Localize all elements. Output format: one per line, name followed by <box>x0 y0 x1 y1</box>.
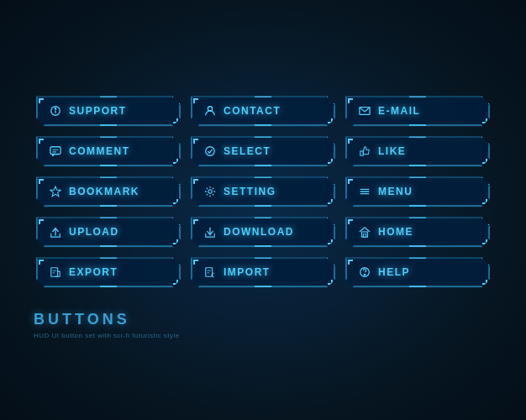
corner-decoration <box>482 118 487 123</box>
corner-decoration <box>328 159 333 164</box>
upload-icon <box>49 226 62 238</box>
upload-label: UPLOAD <box>69 226 119 238</box>
import-button[interactable]: IMPORT <box>191 257 335 287</box>
comment-button[interactable]: COMMENT <box>36 136 181 166</box>
notch-decoration <box>255 257 271 259</box>
notch-decoration <box>255 136 271 138</box>
corner-decoration <box>39 98 44 103</box>
download-button[interactable]: DOWNLOAD <box>191 217 335 247</box>
export-icon <box>49 266 62 278</box>
corner-decoration <box>39 139 44 144</box>
corner-decoration <box>482 199 487 204</box>
notch-decoration <box>100 245 117 247</box>
notch-decoration <box>100 286 117 287</box>
notch-decoration <box>409 124 426 126</box>
import-icon <box>203 266 217 278</box>
notch-decoration <box>255 96 271 97</box>
setting-button[interactable]: SETTING <box>191 176 335 207</box>
svg-point-26 <box>364 275 365 276</box>
notch-decoration <box>409 176 426 178</box>
comment-label: COMMENT <box>69 145 130 157</box>
svg-rect-19 <box>51 268 58 277</box>
bookmark-button[interactable]: BOOKMARK <box>36 176 181 207</box>
corner-decoration <box>193 219 198 224</box>
like-label: LIKE <box>378 145 406 157</box>
question-icon <box>358 266 371 278</box>
notch-decoration <box>409 205 426 207</box>
mail-icon <box>358 105 371 117</box>
export-label: EXPORT <box>69 266 118 278</box>
support-label: SUPPORT <box>69 105 127 117</box>
notch-decoration <box>255 205 271 207</box>
gear-icon <box>203 186 217 197</box>
corner-decoration <box>348 260 353 265</box>
notch-decoration <box>255 124 271 126</box>
footer-label: BUTTONS <box>34 311 130 328</box>
corner-decoration <box>193 98 198 103</box>
notch-decoration <box>255 217 271 218</box>
corner-decoration <box>173 199 178 204</box>
corner-decoration <box>39 219 44 224</box>
corner-decoration <box>193 260 198 265</box>
support-button[interactable]: SUPPORT <box>36 96 181 126</box>
check-icon <box>203 145 217 157</box>
svg-point-8 <box>206 147 215 156</box>
export-button[interactable]: EXPORT <box>36 257 181 287</box>
corner-decoration <box>348 139 353 144</box>
notch-decoration <box>255 286 271 287</box>
notch-decoration <box>409 96 426 97</box>
corner-decoration <box>328 199 333 204</box>
notch-decoration <box>255 245 271 247</box>
star-icon <box>49 186 62 197</box>
corner-decoration <box>173 159 178 164</box>
corner-decoration <box>328 280 333 285</box>
svg-rect-9 <box>360 151 364 155</box>
corner-decoration <box>39 179 44 184</box>
notch-decoration <box>409 257 426 259</box>
contact-button[interactable]: CONTACT <box>191 96 335 126</box>
corner-decoration <box>193 179 198 184</box>
help-label: HELP <box>378 266 410 278</box>
notch-decoration <box>255 165 271 166</box>
notch-decoration <box>100 165 117 166</box>
bookmark-label: BOOKMARK <box>69 186 139 197</box>
notch-decoration <box>409 245 426 247</box>
corner-decoration <box>348 98 353 103</box>
corner-decoration <box>173 118 178 123</box>
notch-decoration <box>409 136 426 138</box>
notch-decoration <box>100 176 117 178</box>
svg-rect-5 <box>50 147 60 155</box>
upload-button[interactable]: UPLOAD <box>36 217 181 247</box>
notch-decoration <box>100 217 117 218</box>
svg-point-3 <box>208 107 212 111</box>
corner-decoration <box>328 239 333 244</box>
home-icon <box>358 226 371 238</box>
home-button[interactable]: HOME <box>345 217 490 247</box>
corner-decoration <box>173 280 178 285</box>
corner-decoration <box>39 260 44 265</box>
corner-decoration <box>348 219 353 224</box>
thumbup-icon <box>358 145 371 157</box>
corner-decoration <box>328 118 333 123</box>
contact-label: CONTACT <box>224 105 281 117</box>
select-button[interactable]: SELECT <box>191 136 335 166</box>
buttons-grid: SUPPORTCONTACTE-MAILCOMMENTSELECTLIKEBOO… <box>19 79 507 304</box>
corner-decoration <box>482 159 487 164</box>
corner-decoration <box>193 139 198 144</box>
menu-button[interactable]: MENU <box>345 176 490 207</box>
like-button[interactable]: LIKE <box>345 136 490 166</box>
comment-icon <box>49 145 62 157</box>
svg-marker-10 <box>50 186 60 197</box>
home-label: HOME <box>378 226 413 238</box>
email-button[interactable]: E-MAIL <box>345 96 490 126</box>
notch-decoration <box>100 205 117 207</box>
help-button[interactable]: HELP <box>345 257 490 287</box>
menu-label: MENU <box>378 186 413 197</box>
select-label: SELECT <box>224 145 271 157</box>
download-icon <box>203 226 217 238</box>
download-label: DOWNLOAD <box>224 226 294 238</box>
notch-decoration <box>409 165 426 166</box>
email-label: E-MAIL <box>378 105 420 117</box>
menu-icon <box>358 186 371 197</box>
corner-decoration <box>348 179 353 184</box>
